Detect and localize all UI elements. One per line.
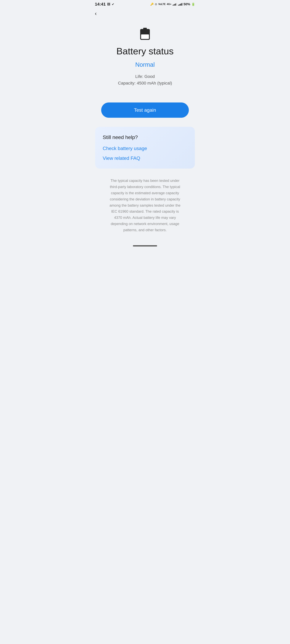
battery-icon-status: 🔋	[191, 2, 195, 6]
capacity-info: Capacity: 4500 mAh (typical)	[118, 81, 172, 86]
test-again-button[interactable]: Test again	[101, 102, 189, 118]
disclaimer-text: The typical capacity has been tested und…	[109, 178, 181, 233]
help-title: Still need help?	[103, 134, 187, 140]
view-related-faq-link[interactable]: View related FAQ	[103, 156, 187, 161]
check-icon: ✔	[112, 2, 114, 6]
wifi-icon: ⊙	[155, 2, 157, 6]
help-section: Still need help? Check battery usage Vie…	[95, 127, 195, 168]
disclaimer-section: The typical capacity has been tested und…	[100, 178, 190, 245]
signal-bars-2	[178, 3, 182, 6]
battery-status-label: Normal	[135, 61, 155, 68]
back-button[interactable]: ‹	[91, 8, 199, 18]
svg-rect-1	[143, 28, 147, 29]
check-battery-usage-link[interactable]: Check battery usage	[103, 146, 187, 151]
photo-icon: 🖼	[107, 2, 110, 6]
key-icon: 🔑	[150, 2, 154, 6]
status-bar-left: 14:41 🖼 ✔	[95, 2, 114, 7]
phone-screen: 14:41 🖼 ✔ 🔑 ⊙ VoLTE 4G+	[91, 0, 199, 644]
status-bar: 14:41 🖼 ✔ 🔑 ⊙ VoLTE 4G+	[91, 0, 199, 8]
life-info: Life: Good	[118, 74, 172, 79]
network-type: 4G+	[167, 3, 171, 6]
info-section: Life: Good Capacity: 4500 mAh (typical)	[118, 74, 172, 88]
bottom-indicator	[133, 245, 157, 251]
main-content: Battery status Normal Life: Good Capacit…	[91, 18, 199, 257]
page-title: Battery status	[116, 46, 174, 57]
volte-label: VoLTE	[158, 3, 166, 6]
back-arrow-icon: ‹	[95, 10, 97, 16]
status-bar-right: 🔑 ⊙ VoLTE 4G+ 50% 🔋	[150, 2, 195, 6]
battery-icon	[139, 27, 151, 40]
battery-icon-container	[139, 27, 151, 41]
battery-percent: 50%	[183, 2, 190, 6]
home-indicator	[133, 245, 157, 246]
svg-rect-2	[141, 34, 149, 39]
status-time: 14:41	[95, 2, 106, 7]
signal-bars-1	[173, 3, 177, 6]
